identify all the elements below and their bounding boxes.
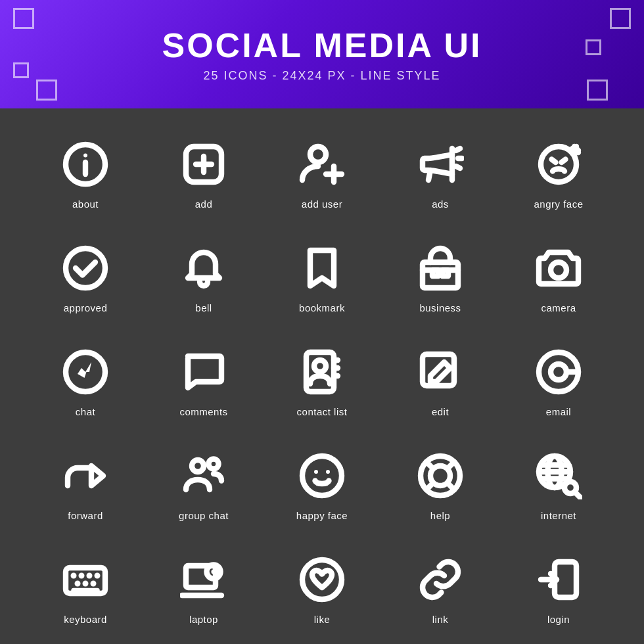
bookmark-icon bbox=[296, 242, 348, 294]
svg-point-17 bbox=[66, 248, 105, 288]
icon-cell-email: email bbox=[499, 329, 618, 433]
edit-label: edit bbox=[432, 406, 449, 417]
icon-cell-login: login bbox=[499, 537, 618, 641]
approved-icon bbox=[59, 242, 112, 294]
contact-list-icon bbox=[296, 346, 348, 398]
laptop-label: laptop bbox=[189, 614, 218, 625]
svg-point-13 bbox=[541, 147, 576, 182]
icon-cell-contact-list: contact list bbox=[263, 329, 381, 433]
icon-cell-happy-face: happy face bbox=[263, 433, 381, 537]
bookmark-label: bookmark bbox=[299, 302, 345, 313]
icon-cell-about: about bbox=[26, 122, 145, 225]
svg-line-40 bbox=[426, 462, 432, 467]
keyboard-label: keyboard bbox=[64, 614, 107, 625]
add-user-icon bbox=[296, 138, 348, 191]
business-label: business bbox=[419, 302, 461, 313]
svg-point-22 bbox=[551, 262, 566, 278]
chat-icon bbox=[59, 346, 112, 398]
corner-decoration bbox=[610, 8, 631, 29]
login-icon bbox=[532, 553, 585, 606]
link-icon bbox=[414, 553, 467, 606]
corner-decoration bbox=[587, 80, 608, 101]
business-icon bbox=[414, 242, 467, 294]
contact-list-label: contact list bbox=[297, 406, 348, 417]
login-label: login bbox=[547, 614, 570, 625]
keyboard-icon bbox=[59, 553, 112, 606]
svg-line-43 bbox=[449, 484, 454, 489]
forward-icon bbox=[59, 449, 112, 502]
svg-point-35 bbox=[302, 456, 342, 495]
icon-cell-forward: forward bbox=[26, 433, 145, 537]
happy-face-icon bbox=[296, 449, 348, 502]
icon-cell-bookmark: bookmark bbox=[263, 225, 381, 329]
page-subtitle: 25 ICONS - 24X24 PX - LINE STYLE bbox=[203, 69, 440, 83]
svg-point-64 bbox=[302, 560, 342, 599]
icon-cell-edit: edit bbox=[381, 329, 499, 433]
internet-label: internet bbox=[541, 510, 576, 521]
page-title: SOCIAL MEDIA UI bbox=[162, 26, 482, 65]
comments-icon bbox=[177, 346, 230, 398]
svg-point-34 bbox=[209, 459, 219, 469]
icon-cell-bell: bell bbox=[145, 225, 263, 329]
like-icon bbox=[296, 553, 348, 606]
icon-cell-chat: chat bbox=[26, 329, 145, 433]
bell-label: bell bbox=[195, 302, 212, 313]
camera-label: camera bbox=[541, 302, 576, 313]
header: SOCIAL MEDIA UI 25 ICONS - 24X24 PX - LI… bbox=[0, 0, 644, 108]
icon-grid: about add add user bbox=[0, 108, 644, 644]
icon-cell-ads: ads bbox=[381, 122, 499, 225]
add-icon bbox=[177, 138, 230, 191]
like-label: like bbox=[314, 614, 331, 625]
icon-cell-laptop: laptop bbox=[145, 537, 263, 641]
chat-label: chat bbox=[76, 406, 95, 417]
svg-line-50 bbox=[576, 492, 581, 497]
forward-label: forward bbox=[68, 510, 103, 521]
icon-cell-add-user: add user bbox=[263, 122, 381, 225]
bell-icon bbox=[177, 242, 230, 294]
svg-point-25 bbox=[314, 360, 326, 372]
corner-decoration bbox=[13, 62, 29, 78]
angry-face-icon bbox=[532, 138, 585, 191]
svg-line-9 bbox=[428, 170, 430, 180]
icon-cell-group-chat: group chat bbox=[145, 433, 263, 537]
svg-line-10 bbox=[456, 149, 460, 150]
ads-icon bbox=[414, 138, 467, 191]
svg-point-63 bbox=[211, 569, 216, 574]
icon-cell-add: add bbox=[145, 122, 263, 225]
edit-icon bbox=[414, 346, 467, 398]
camera-icon bbox=[532, 242, 585, 294]
internet-icon bbox=[532, 449, 585, 502]
icon-cell-angry-face: angry face bbox=[499, 122, 618, 225]
icon-cell-link: link bbox=[381, 537, 499, 641]
laptop-icon bbox=[177, 553, 230, 606]
icon-cell-keyboard: keyboard bbox=[26, 537, 145, 641]
svg-point-36 bbox=[314, 470, 318, 474]
svg-point-6 bbox=[310, 147, 326, 162]
corner-decoration bbox=[36, 80, 57, 101]
link-label: link bbox=[432, 614, 449, 625]
happy-face-label: happy face bbox=[296, 510, 348, 521]
about-label: about bbox=[72, 198, 99, 210]
svg-point-2 bbox=[85, 154, 87, 156]
add-label: add bbox=[195, 198, 213, 210]
help-label: help bbox=[430, 510, 450, 521]
svg-line-16 bbox=[574, 147, 578, 150]
help-icon bbox=[414, 449, 467, 502]
about-icon bbox=[59, 138, 112, 191]
icon-cell-camera: camera bbox=[499, 225, 618, 329]
svg-line-42 bbox=[426, 484, 432, 489]
approved-label: approved bbox=[64, 302, 108, 313]
corner-decoration bbox=[13, 8, 34, 29]
icon-cell-internet: internet bbox=[499, 433, 618, 537]
ads-label: ads bbox=[432, 198, 449, 210]
svg-line-12 bbox=[456, 166, 460, 168]
email-label: email bbox=[546, 406, 571, 417]
email-icon bbox=[532, 346, 585, 398]
svg-point-37 bbox=[326, 470, 330, 474]
icon-cell-approved: approved bbox=[26, 225, 145, 329]
add-user-label: add user bbox=[302, 198, 342, 210]
svg-point-33 bbox=[192, 460, 204, 472]
icon-cell-comments: comments bbox=[145, 329, 263, 433]
icon-cell-help: help bbox=[381, 433, 499, 537]
svg-line-41 bbox=[449, 462, 454, 467]
